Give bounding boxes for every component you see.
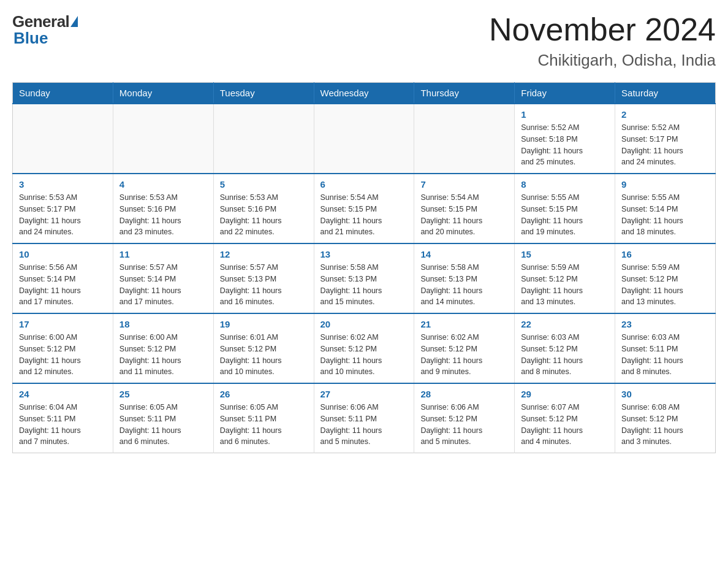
header-cell-thursday: Thursday [414,83,515,104]
calendar-cell: 29Sunrise: 6:07 AMSunset: 5:12 PMDayligh… [515,383,615,453]
day-info: Sunrise: 5:59 AMSunset: 5:12 PMDaylight:… [621,262,709,308]
day-info: Sunrise: 6:00 AMSunset: 5:12 PMDaylight:… [19,332,107,378]
day-number: 16 [621,249,709,259]
day-number: 21 [420,319,508,329]
calendar-cell: 22Sunrise: 6:03 AMSunset: 5:12 PMDayligh… [515,313,615,383]
header: General Blue November 2024 Chikitigarh, … [12,12,716,70]
calendar-cell: 16Sunrise: 5:59 AMSunset: 5:12 PMDayligh… [615,243,716,313]
day-number: 22 [521,319,609,329]
calendar-cell: 23Sunrise: 6:03 AMSunset: 5:11 PMDayligh… [615,313,716,383]
day-info: Sunrise: 6:06 AMSunset: 5:11 PMDaylight:… [320,402,408,448]
day-info: Sunrise: 5:57 AMSunset: 5:13 PMDaylight:… [220,262,308,308]
calendar-cell: 12Sunrise: 5:57 AMSunset: 5:13 PMDayligh… [213,243,314,313]
day-number: 24 [19,389,107,399]
day-info: Sunrise: 5:55 AMSunset: 5:15 PMDaylight:… [521,192,609,238]
header-cell-friday: Friday [515,83,615,104]
day-number: 20 [320,319,408,329]
day-info: Sunrise: 6:05 AMSunset: 5:11 PMDaylight:… [119,402,207,448]
day-info: Sunrise: 6:02 AMSunset: 5:12 PMDaylight:… [320,332,408,378]
calendar-cell: 7Sunrise: 5:54 AMSunset: 5:15 PMDaylight… [414,174,515,243]
day-number: 10 [19,249,107,259]
day-number: 18 [119,319,207,329]
calendar-cell: 2Sunrise: 5:52 AMSunset: 5:17 PMDaylight… [615,104,716,174]
day-info: Sunrise: 6:07 AMSunset: 5:12 PMDaylight:… [521,402,609,448]
calendar-week-row: 24Sunrise: 6:04 AMSunset: 5:11 PMDayligh… [13,383,716,453]
day-number: 26 [220,389,308,399]
day-info: Sunrise: 5:53 AMSunset: 5:17 PMDaylight:… [19,192,107,238]
day-info: Sunrise: 5:53 AMSunset: 5:16 PMDaylight:… [220,192,308,238]
day-number: 23 [621,319,709,329]
header-cell-wednesday: Wednesday [314,83,414,104]
day-info: Sunrise: 5:58 AMSunset: 5:13 PMDaylight:… [320,262,408,308]
header-cell-monday: Monday [113,83,213,104]
day-number: 25 [119,389,207,399]
calendar-week-row: 3Sunrise: 5:53 AMSunset: 5:17 PMDaylight… [13,174,716,243]
day-info: Sunrise: 5:56 AMSunset: 5:14 PMDaylight:… [19,262,107,308]
day-number: 14 [420,249,508,259]
day-number: 13 [320,249,408,259]
day-number: 7 [420,179,508,190]
calendar-week-row: 10Sunrise: 5:56 AMSunset: 5:14 PMDayligh… [13,243,716,313]
logo: General Blue [12,12,78,48]
calendar-cell: 3Sunrise: 5:53 AMSunset: 5:17 PMDaylight… [13,174,113,243]
day-number: 1 [521,109,609,120]
day-number: 8 [521,179,609,190]
day-info: Sunrise: 6:04 AMSunset: 5:11 PMDaylight:… [19,402,107,448]
day-number: 28 [420,389,508,399]
day-info: Sunrise: 6:08 AMSunset: 5:12 PMDaylight:… [621,402,709,448]
day-number: 27 [320,389,408,399]
day-number: 11 [119,249,207,259]
day-info: Sunrise: 6:03 AMSunset: 5:12 PMDaylight:… [521,332,609,378]
day-number: 30 [621,389,709,399]
day-number: 4 [119,179,207,190]
day-number: 5 [220,179,308,190]
calendar-cell: 14Sunrise: 5:58 AMSunset: 5:13 PMDayligh… [414,243,515,313]
day-number: 29 [521,389,609,399]
calendar-cell: 21Sunrise: 6:02 AMSunset: 5:12 PMDayligh… [414,313,515,383]
main-title: November 2024 [489,12,716,47]
day-number: 17 [19,319,107,329]
calendar-cell: 1Sunrise: 5:52 AMSunset: 5:18 PMDaylight… [515,104,615,174]
title-section: November 2024 Chikitigarh, Odisha, India [489,12,716,70]
calendar-week-row: 17Sunrise: 6:00 AMSunset: 5:12 PMDayligh… [13,313,716,383]
calendar-cell: 18Sunrise: 6:00 AMSunset: 5:12 PMDayligh… [113,313,213,383]
day-info: Sunrise: 5:52 AMSunset: 5:17 PMDaylight:… [621,122,709,168]
day-info: Sunrise: 6:01 AMSunset: 5:12 PMDaylight:… [220,332,308,378]
day-info: Sunrise: 6:06 AMSunset: 5:12 PMDaylight:… [420,402,508,448]
calendar-cell: 10Sunrise: 5:56 AMSunset: 5:14 PMDayligh… [13,243,113,313]
day-info: Sunrise: 6:02 AMSunset: 5:12 PMDaylight:… [420,332,508,378]
calendar-cell [314,104,414,174]
day-info: Sunrise: 5:59 AMSunset: 5:12 PMDaylight:… [521,262,609,308]
day-info: Sunrise: 5:58 AMSunset: 5:13 PMDaylight:… [420,262,508,308]
header-cell-tuesday: Tuesday [213,83,314,104]
day-info: Sunrise: 5:53 AMSunset: 5:16 PMDaylight:… [119,192,207,238]
day-info: Sunrise: 5:57 AMSunset: 5:14 PMDaylight:… [119,262,207,308]
calendar-cell [414,104,515,174]
header-cell-saturday: Saturday [615,83,716,104]
day-number: 15 [521,249,609,259]
calendar-header: SundayMondayTuesdayWednesdayThursdayFrid… [13,83,716,104]
calendar-cell: 13Sunrise: 5:58 AMSunset: 5:13 PMDayligh… [314,243,414,313]
header-cell-sunday: Sunday [13,83,113,104]
calendar-cell: 26Sunrise: 6:05 AMSunset: 5:11 PMDayligh… [213,383,314,453]
calendar-cell: 24Sunrise: 6:04 AMSunset: 5:11 PMDayligh… [13,383,113,453]
calendar-cell: 6Sunrise: 5:54 AMSunset: 5:15 PMDaylight… [314,174,414,243]
day-number: 6 [320,179,408,190]
calendar-cell: 5Sunrise: 5:53 AMSunset: 5:16 PMDaylight… [213,174,314,243]
calendar-cell [213,104,314,174]
day-info: Sunrise: 6:05 AMSunset: 5:11 PMDaylight:… [220,402,308,448]
calendar-table: SundayMondayTuesdayWednesdayThursdayFrid… [12,82,716,453]
calendar-cell [13,104,113,174]
calendar-cell: 19Sunrise: 6:01 AMSunset: 5:12 PMDayligh… [213,313,314,383]
calendar-cell: 11Sunrise: 5:57 AMSunset: 5:14 PMDayligh… [113,243,213,313]
day-number: 12 [220,249,308,259]
day-info: Sunrise: 5:54 AMSunset: 5:15 PMDaylight:… [420,192,508,238]
calendar-cell: 17Sunrise: 6:00 AMSunset: 5:12 PMDayligh… [13,313,113,383]
day-info: Sunrise: 6:00 AMSunset: 5:12 PMDaylight:… [119,332,207,378]
calendar-cell: 27Sunrise: 6:06 AMSunset: 5:11 PMDayligh… [314,383,414,453]
calendar-cell: 4Sunrise: 5:53 AMSunset: 5:16 PMDaylight… [113,174,213,243]
calendar-body: 1Sunrise: 5:52 AMSunset: 5:18 PMDaylight… [13,104,716,453]
day-info: Sunrise: 5:54 AMSunset: 5:15 PMDaylight:… [320,192,408,238]
day-number: 3 [19,179,107,190]
calendar-week-row: 1Sunrise: 5:52 AMSunset: 5:18 PMDaylight… [13,104,716,174]
